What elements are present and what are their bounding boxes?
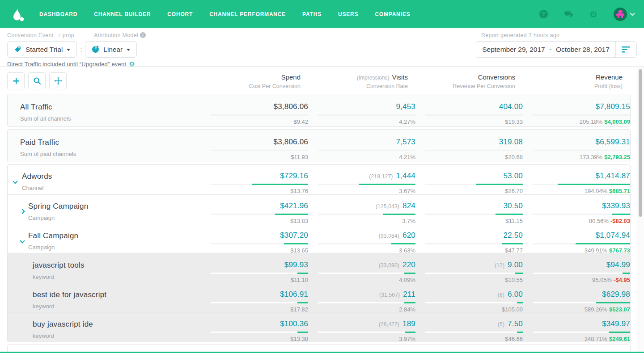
- nav-item-paths[interactable]: PATHS: [302, 11, 322, 17]
- column-header-visits[interactable]: (Impressions)Visits Conversion Rate: [301, 67, 408, 94]
- expand-chevron-icon[interactable]: [20, 209, 25, 214]
- settings-gear-icon[interactable]: ⚙: [589, 9, 598, 19]
- revenue-cell: $1,414.87 194.04%$685.71: [524, 165, 630, 194]
- profit-loss-value: $767.73: [609, 247, 630, 254]
- column-header-conversions[interactable]: Conversions Revenue Per Conversion: [409, 67, 515, 94]
- table-row[interactable]: buy javascript ide keyword $100.36 $13.3…: [8, 312, 630, 342]
- add-prop-link[interactable]: + prop: [57, 32, 74, 38]
- nav-item-cohort[interactable]: COHORT: [167, 11, 193, 17]
- expand-chevron-icon[interactable]: [20, 238, 25, 243]
- revenue-per-conversion-value: $46.66: [416, 336, 523, 342]
- filter-right-group: Report generated 7 hours ago September 2…: [476, 32, 637, 58]
- revenue-bar-track: [533, 243, 630, 244]
- nav-utilities: ? ⚙: [538, 8, 634, 21]
- revenue-cell: $1,074.94 349.91%$767.73: [524, 224, 630, 253]
- visits-cell: 9,453 4.27%: [309, 94, 415, 126]
- table-header: Spend Cost Per Conversion (Impressions)V…: [7, 67, 631, 94]
- spend-cell: $99.93 $11.10: [202, 254, 308, 283]
- visits-value: 9,453: [396, 102, 415, 111]
- account-menu[interactable]: [614, 8, 634, 21]
- visits-bar-fill: [404, 273, 415, 274]
- conversions-bar-fill: [515, 273, 523, 274]
- table-row[interactable]: javascript tools keyword $99.93 $11.10 (…: [8, 253, 630, 283]
- search-button[interactable]: [28, 72, 46, 89]
- table-row[interactable]: Paid Traffic Sum of paid channels $3,806…: [8, 130, 630, 162]
- conversions-value: 7.50: [508, 319, 523, 328]
- revenue-value: $349.97: [602, 319, 630, 328]
- cost-per-conversion-value: $11.93: [202, 154, 308, 160]
- row-name-cell: All Traffic Sum of all channels: [8, 94, 201, 126]
- impressions-value: (33,090): [379, 262, 399, 269]
- revenue-bar-track: [533, 273, 630, 274]
- visits-bar-track: [318, 243, 415, 244]
- column-header-spend[interactable]: Spend Cost Per Conversion: [194, 67, 301, 94]
- conversions-value: 319.08: [499, 138, 523, 147]
- nav-item-channel-performance[interactable]: CHANNEL PERFORMANCE: [209, 11, 286, 17]
- visits-bar-fill: [359, 184, 415, 185]
- filter-left-group: Conversion Event + prop Attribution Mode…: [7, 32, 146, 67]
- roi-percent-value: 349.91%: [585, 247, 607, 254]
- row-name-cell: Paid Traffic Sum of paid channels: [8, 130, 201, 162]
- visits-bar-track: [318, 114, 415, 116]
- add-channel-button[interactable]: [7, 72, 25, 89]
- cost-per-conversion-value: $13.83: [202, 218, 308, 224]
- profit-loss-value: $523.07: [609, 306, 630, 313]
- table-row[interactable]: Spring Campaign Campaign $421.96 $13.83 …: [8, 194, 630, 224]
- conversions-cell: (12)9.00 $10.55: [416, 254, 523, 283]
- caret-down-icon: [127, 49, 130, 51]
- conversions-bar-track: [425, 332, 523, 333]
- row-title: javascript tools: [33, 261, 85, 270]
- revenue-per-conversion-value: $47.77: [416, 247, 523, 254]
- report-generated-label: Report generated 7 hours ago: [481, 32, 637, 38]
- app-window: DASHBOARD CHANNEL BUILDER COHORT CHANNEL…: [0, 0, 644, 353]
- table-row[interactable]: best ide for javascript keyword $106.91 …: [8, 283, 630, 312]
- column-header-revenue[interactable]: Revenue Profit (loss): [516, 67, 623, 94]
- conversions-bar-track: [425, 184, 523, 185]
- chat-icon[interactable]: [564, 9, 573, 19]
- conversion-event-label: Conversion Event: [7, 32, 53, 38]
- date-range-picker[interactable]: September 29, 2017 - October 28, 2017: [476, 46, 615, 54]
- revenue-value: $1,414.87: [596, 172, 630, 181]
- conversions-cell: 404.00 $19.33: [416, 94, 523, 126]
- impressions-value: (28,427): [379, 321, 399, 328]
- scrollbar-thumb[interactable]: [639, 69, 642, 217]
- expand-chevron-icon[interactable]: [13, 179, 17, 184]
- table-row[interactable]: Adwords Channel $729.16 $13.76 (218,127)…: [8, 165, 630, 194]
- visits-value: 1,444: [396, 172, 415, 181]
- row-title: Spring Campaign: [28, 202, 88, 211]
- move-reorder-button[interactable]: [49, 72, 67, 89]
- spend-value: $100.36: [280, 319, 308, 328]
- spend-cell: $3,806.06 $11.93: [202, 130, 308, 162]
- table-row[interactable]: All Traffic Sum of all channels $3,806.0…: [8, 94, 630, 126]
- table-row[interactable]: Fall Campaign Campaign $307.20 $13.65 (9…: [8, 224, 630, 253]
- row-type-label: keyword: [33, 332, 54, 339]
- spend-bar-track: [211, 114, 308, 116]
- spend-cell: $421.96 $13.83: [202, 195, 308, 224]
- nav-item-companies[interactable]: COMPANIES: [375, 11, 410, 17]
- pie-chart-icon: [92, 46, 99, 53]
- visits-cell: (125,043)824 3.7%: [309, 195, 415, 224]
- visits-cell: 7,573 4.21%: [309, 130, 415, 162]
- spend-value: $99.93: [284, 261, 308, 269]
- nav-item-channel-builder[interactable]: CHANNEL BUILDER: [94, 11, 151, 17]
- cost-per-conversion-value: $13.65: [202, 247, 308, 254]
- spend-bar-track: [211, 302, 308, 303]
- info-icon[interactable]: i: [140, 32, 146, 38]
- spend-cell: $3,806.06 $9.42: [202, 94, 308, 126]
- profit-loss-value: $249.61: [609, 336, 630, 342]
- conversions-cell: 30.50 $11.15: [416, 195, 523, 224]
- nav-item-dashboard[interactable]: DASHBOARD: [39, 11, 77, 17]
- app-logo-icon[interactable]: [10, 7, 25, 22]
- profit-loss-value: $2,793.25: [604, 154, 630, 160]
- conversion-event-dropdown[interactable]: Started Trial: [7, 41, 77, 58]
- attribution-model-dropdown[interactable]: Linear: [85, 41, 137, 58]
- nav-item-users[interactable]: USERS: [338, 11, 358, 17]
- cost-per-conversion-value: $11.10: [202, 277, 308, 283]
- spend-bar-fill: [284, 243, 309, 244]
- date-presets-icon[interactable]: [616, 46, 636, 54]
- conversions-value: 404.00: [499, 102, 523, 111]
- conversions-bar-fill: [517, 302, 523, 303]
- revenue-value: $629.98: [602, 290, 630, 299]
- help-icon[interactable]: ?: [538, 9, 548, 19]
- revenue-cell: $6,599.31 173.39%$2,793.25: [524, 130, 630, 162]
